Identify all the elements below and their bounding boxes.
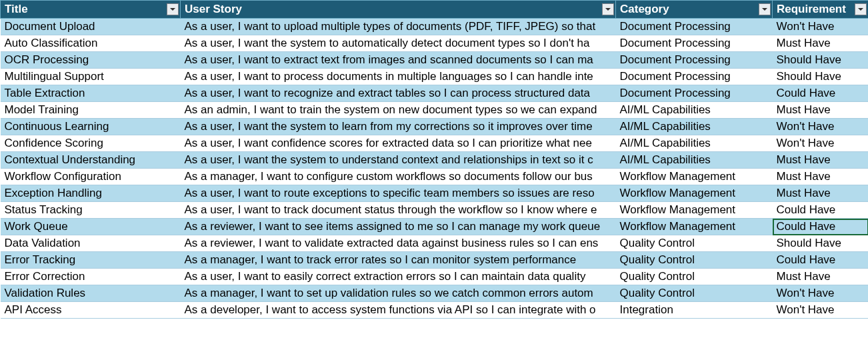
cell-requirement[interactable]: Could Have	[773, 252, 869, 269]
cell-requirement[interactable]: Won't Have	[773, 19, 869, 35]
cell-requirement[interactable]: Won't Have	[773, 285, 869, 302]
cell-title[interactable]: Contextual Understanding	[1, 152, 181, 169]
cell-category[interactable]: Workflow Management	[616, 202, 773, 219]
cell-title[interactable]: Data Validation	[1, 235, 181, 252]
filter-button-requirement[interactable]	[855, 3, 867, 15]
cell-story[interactable]: As a user, I want to extract text from i…	[181, 52, 616, 69]
cell-story[interactable]: As a user, I want to process documents i…	[181, 69, 616, 85]
cell-category[interactable]: Workflow Management	[616, 219, 773, 235]
cell-story[interactable]: As a user, I want the system to automati…	[181, 35, 616, 52]
cell-story[interactable]: As an admin, I want to train the system …	[181, 102, 616, 119]
table-row[interactable]: Table ExtractionAs a user, I want to rec…	[1, 85, 869, 102]
table-row[interactable]: Status TrackingAs a user, I want to trac…	[1, 202, 869, 219]
table-row[interactable]: Data ValidationAs a reviewer, I want to …	[1, 235, 869, 252]
table-row[interactable]: Error TrackingAs a manager, I want to tr…	[1, 252, 869, 269]
cell-title[interactable]: Continuous Learning	[1, 119, 181, 135]
header-requirement-label: Requirement	[777, 3, 846, 15]
cell-category[interactable]: Document Processing	[616, 69, 773, 85]
table-row[interactable]: Error CorrectionAs a user, I want to eas…	[1, 269, 869, 285]
cell-requirement[interactable]: Should Have	[773, 235, 869, 252]
cell-category[interactable]: AI/ML Capabilities	[616, 119, 773, 135]
filter-button-story[interactable]	[602, 3, 614, 15]
cell-category[interactable]: Workflow Management	[616, 169, 773, 185]
cell-category[interactable]: AI/ML Capabilities	[616, 152, 773, 169]
table-row[interactable]: Validation RulesAs a manager, I want to …	[1, 285, 869, 302]
cell-title[interactable]: Exception Handling	[1, 185, 181, 202]
cell-requirement[interactable]: Won't Have	[773, 119, 869, 135]
cell-requirement[interactable]: Must Have	[773, 169, 869, 185]
table-row[interactable]: Contextual UnderstandingAs a user, I wan…	[1, 152, 869, 169]
header-requirement[interactable]: Requirement	[773, 1, 869, 19]
cell-story[interactable]: As a user, I want the system to understa…	[181, 152, 616, 169]
cell-title[interactable]: Multilingual Support	[1, 69, 181, 85]
cell-category[interactable]: Quality Control	[616, 285, 773, 302]
cell-requirement[interactable]: Could Have	[773, 85, 869, 102]
cell-requirement[interactable]: Must Have	[773, 35, 869, 52]
table-row[interactable]: Confidence ScoringAs a user, I want conf…	[1, 135, 869, 152]
header-title[interactable]: Title	[1, 1, 181, 19]
cell-story[interactable]: As a user, I want to upload multiple typ…	[181, 19, 616, 35]
chevron-down-icon	[169, 6, 176, 13]
cell-story[interactable]: As a user, I want to easily correct extr…	[181, 269, 616, 285]
filter-button-category[interactable]	[759, 3, 771, 15]
cell-story[interactable]: As a reviewer, I want to see items assig…	[181, 219, 616, 235]
cell-story[interactable]: As a manager, I want to track error rate…	[181, 252, 616, 269]
cell-category[interactable]: Document Processing	[616, 35, 773, 52]
cell-story[interactable]: As a user, I want the system to learn fr…	[181, 119, 616, 135]
cell-story[interactable]: As a manager, I want to set up validatio…	[181, 285, 616, 302]
table-row[interactable]: Continuous LearningAs a user, I want the…	[1, 119, 869, 135]
cell-requirement[interactable]: Won't Have	[773, 135, 869, 152]
cell-title[interactable]: API Access	[1, 302, 181, 319]
cell-requirement[interactable]: Must Have	[773, 102, 869, 119]
cell-title[interactable]: Validation Rules	[1, 285, 181, 302]
cell-category[interactable]: Quality Control	[616, 235, 773, 252]
cell-title[interactable]: Status Tracking	[1, 202, 181, 219]
cell-story[interactable]: As a manager, I want to configure custom…	[181, 169, 616, 185]
cell-title[interactable]: Table Extraction	[1, 85, 181, 102]
cell-title[interactable]: Workflow Configuration	[1, 169, 181, 185]
cell-category[interactable]: AI/ML Capabilities	[616, 102, 773, 119]
cell-requirement[interactable]: Won't Have	[773, 302, 869, 319]
cell-story[interactable]: As a user, I want to recognize and extra…	[181, 85, 616, 102]
header-story[interactable]: User Story	[181, 1, 616, 19]
header-category[interactable]: Category	[616, 1, 773, 19]
cell-requirement[interactable]: Should Have	[773, 52, 869, 69]
cell-requirement[interactable]: Must Have	[773, 185, 869, 202]
table-row[interactable]: API AccessAs a developer, I want to acce…	[1, 302, 869, 319]
cell-title[interactable]: Error Correction	[1, 269, 181, 285]
table-row[interactable]: Work QueueAs a reviewer, I want to see i…	[1, 219, 869, 235]
cell-requirement[interactable]: Could Have	[773, 202, 869, 219]
table-row[interactable]: Workflow ConfigurationAs a manager, I wa…	[1, 169, 869, 185]
cell-title[interactable]: Document Upload	[1, 19, 181, 35]
filter-button-title[interactable]	[167, 3, 179, 15]
cell-title[interactable]: Work Queue	[1, 219, 181, 235]
cell-title[interactable]: OCR Processing	[1, 52, 181, 69]
cell-story[interactable]: As a user, I want to track document stat…	[181, 202, 616, 219]
cell-category[interactable]: Document Processing	[616, 52, 773, 69]
cell-story[interactable]: As a developer, I want to access system …	[181, 302, 616, 319]
cell-requirement[interactable]: Must Have	[773, 269, 869, 285]
table-row[interactable]: Model TrainingAs an admin, I want to tra…	[1, 102, 869, 119]
cell-title[interactable]: Confidence Scoring	[1, 135, 181, 152]
cell-story[interactable]: As a user, I want to route exceptions to…	[181, 185, 616, 202]
table-row[interactable]: Exception HandlingAs a user, I want to r…	[1, 185, 869, 202]
table-row[interactable]: Multilingual SupportAs a user, I want to…	[1, 69, 869, 85]
table-row[interactable]: Auto ClassificationAs a user, I want the…	[1, 35, 869, 52]
cell-category[interactable]: Integration	[616, 302, 773, 319]
cell-requirement[interactable]: Could Have	[773, 219, 869, 235]
cell-requirement[interactable]: Must Have	[773, 152, 869, 169]
cell-story[interactable]: As a reviewer, I want to validate extrac…	[181, 235, 616, 252]
cell-category[interactable]: Quality Control	[616, 252, 773, 269]
cell-category[interactable]: Workflow Management	[616, 185, 773, 202]
table-row[interactable]: Document UploadAs a user, I want to uplo…	[1, 19, 869, 35]
cell-category[interactable]: Document Processing	[616, 85, 773, 102]
cell-story[interactable]: As a user, I want confidence scores for …	[181, 135, 616, 152]
cell-category[interactable]: AI/ML Capabilities	[616, 135, 773, 152]
cell-category[interactable]: Quality Control	[616, 269, 773, 285]
table-row[interactable]: OCR ProcessingAs a user, I want to extra…	[1, 52, 869, 69]
cell-title[interactable]: Auto Classification	[1, 35, 181, 52]
cell-title[interactable]: Error Tracking	[1, 252, 181, 269]
cell-requirement[interactable]: Should Have	[773, 69, 869, 85]
cell-title[interactable]: Model Training	[1, 102, 181, 119]
cell-category[interactable]: Document Processing	[616, 19, 773, 35]
